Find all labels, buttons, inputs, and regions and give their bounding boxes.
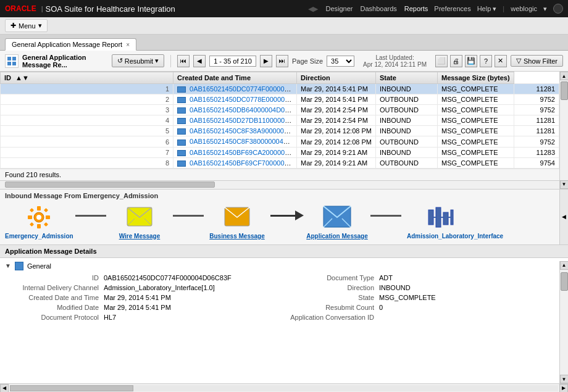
detail-label: State xyxy=(280,294,379,301)
node-label-application[interactable]: Application Message xyxy=(306,233,367,240)
node-label-interface[interactable]: Admission_Laboratory_Interface xyxy=(407,233,475,240)
details-scroll-up[interactable]: ▲ xyxy=(560,261,569,270)
tab-label: General Application Message Report xyxy=(12,41,122,48)
nav-dashboards[interactable]: Dashboards xyxy=(360,5,396,12)
close-window-btn[interactable] xyxy=(553,4,563,14)
menu-button[interactable]: ✚ Menu ▾ xyxy=(5,19,48,32)
prev-page-btn[interactable]: ◀ xyxy=(193,55,206,67)
table-row[interactable]: 6 0AB165021450C8F380000004D06C7EE Mar 29… xyxy=(1,136,559,147)
table-row[interactable]: 7 0AB165021450BF69CA2000004D06C7BE Mar 2… xyxy=(1,147,559,157)
msg-id-value[interactable]: 0AB165021450BF69CA2000004D06C7BE xyxy=(190,149,296,156)
row-number: 6 xyxy=(1,136,173,147)
row-id[interactable]: 0AB165021450C8F380000004D06C7EE xyxy=(173,136,297,147)
collapse-icon[interactable]: ▼ xyxy=(5,262,11,269)
topbar-sep-1: ◀▶ xyxy=(308,5,318,13)
flow-node-emergency[interactable]: Emergency_Admission xyxy=(5,204,73,240)
help-link[interactable]: Help ▾ xyxy=(477,5,497,13)
user-link[interactable]: weblogic xyxy=(511,5,537,12)
nav-preferences[interactable]: Preferences xyxy=(434,5,470,12)
row-state: MSG_COMPLETE xyxy=(437,157,514,168)
h-scroll-thumb[interactable] xyxy=(5,181,215,188)
plus-icon: ✚ xyxy=(10,22,16,30)
table-row[interactable]: 2 0AB165021450DC0778E000004D06C844 Mar 2… xyxy=(1,94,559,105)
details-scroll-down[interactable]: ▼ xyxy=(560,375,569,383)
msg-id-value[interactable]: 0AB165021450D27DB11000004D06C814 xyxy=(190,117,296,124)
v-scroll-thumb[interactable] xyxy=(561,81,568,100)
bottom-scroll-right[interactable]: ▶ xyxy=(559,384,568,393)
svg-rect-9 xyxy=(46,215,50,219)
horizontal-scrollbar[interactable] xyxy=(0,180,568,189)
save-btn[interactable]: 💾 xyxy=(465,55,477,67)
menubar: ✚ Menu ▾ xyxy=(0,17,568,35)
report-tab[interactable]: General Application Message Report × xyxy=(5,38,136,51)
next-page-btn[interactable]: ▶ xyxy=(260,55,272,67)
row-state: MSG_COMPLETE xyxy=(437,84,514,94)
msg-id-value[interactable]: 0AB165021450C8F38A9000004D06C7E9 xyxy=(190,127,296,135)
detail-value: Mar 29, 2014 5:41 PM xyxy=(104,294,171,301)
node-label-business[interactable]: Business Message xyxy=(209,233,265,240)
nav-designer[interactable]: Designer xyxy=(325,5,353,12)
detail-label: ID xyxy=(5,274,104,281)
resubmit-button[interactable]: ↺ Resubmit ▾ xyxy=(112,54,164,67)
row-direction: INBOUND xyxy=(375,115,437,126)
row-id[interactable]: 0AB165021450DB64000004D06C819 xyxy=(173,105,297,115)
details-v-scroll[interactable]: ▲ ▼ xyxy=(559,261,568,383)
sort-icon[interactable]: ▲▼ xyxy=(15,74,29,81)
main-content: General Application Message Re... ↺ Resu… xyxy=(0,51,568,392)
row-id[interactable]: 0AB165021450DC0778E000004D06C844 xyxy=(173,94,297,105)
detail-value: MSG_COMPLETE xyxy=(379,294,436,301)
flow-node-interface[interactable]: Admission_Laboratory_Interface xyxy=(404,204,478,240)
tab-close-icon[interactable]: × xyxy=(126,41,130,48)
flow-side-collapse[interactable]: ◀ xyxy=(559,190,568,244)
table-row[interactable]: 1 0AB165021450DC0774F000004D06C83F Mar 2… xyxy=(1,84,559,94)
close-btn[interactable]: ✕ xyxy=(495,55,507,67)
details-section: Application Message Details ▼ General ID… xyxy=(0,245,568,383)
details-scroll-thumb[interactable] xyxy=(561,272,568,291)
last-page-btn[interactable]: ⏭ xyxy=(276,55,288,67)
row-id[interactable]: 0AB165021450C8F38A9000004D06C7E9 xyxy=(173,126,297,136)
details-header: Application Message Details xyxy=(0,245,568,258)
flow-node-application[interactable]: Application Message xyxy=(306,204,368,240)
toolbar-grid-icon xyxy=(5,54,19,68)
first-page-btn[interactable]: ⏮ xyxy=(177,55,190,67)
detail-label: Document Type xyxy=(280,274,379,281)
bottom-scroll-track[interactable] xyxy=(10,385,558,391)
row-id[interactable]: 0AB165021450BF69CA2000004D06C7BE xyxy=(173,147,297,157)
detail-label: Resubmit Count xyxy=(280,304,379,311)
print-btn[interactable]: 🖨 xyxy=(450,55,462,67)
vertical-scrollbar[interactable]: ▲ ▼ xyxy=(559,72,568,189)
row-direction: OUTBOUND xyxy=(375,105,437,115)
msg-id-value[interactable]: 0AB165021450C8F380000004D06C7EE xyxy=(190,138,296,145)
table-row[interactable]: 5 0AB165021450C8F38A9000004D06C7E9 Mar 2… xyxy=(1,126,559,136)
row-id[interactable]: 0AB165021450BF69CF7000004D06C7C3 xyxy=(173,157,297,168)
flow-node-wire[interactable]: Wire Message xyxy=(109,204,170,240)
msg-id-value[interactable]: 0AB165021450DB64000004D06C819 xyxy=(190,106,296,114)
col-size: Message Size (bytes) xyxy=(437,72,514,84)
scroll-down-arrow[interactable]: ▼ xyxy=(560,180,569,189)
bottom-scroll-left[interactable]: ◀ xyxy=(0,384,9,393)
section-label: General xyxy=(27,262,51,270)
flow-node-business[interactable]: Business Message xyxy=(206,204,268,240)
node-label-wire[interactable]: Wire Message xyxy=(119,233,161,240)
detail-value: HL7 xyxy=(104,314,116,321)
row-id[interactable]: 0AB165021450DC0774F000004D06C83F xyxy=(173,84,297,94)
table-row[interactable]: 3 0AB165021450DB64000004D06C819 Mar 29, … xyxy=(1,105,559,115)
msg-id-value[interactable]: 0AB165021450DC0774F000004D06C83F xyxy=(190,85,296,93)
row-size: 11281 xyxy=(514,126,559,136)
export-btn[interactable]: ⬜ xyxy=(435,55,448,67)
table-row[interactable]: 4 0AB165021450D27DB11000004D06C814 Mar 2… xyxy=(1,115,559,126)
bottom-scroll-thumb[interactable] xyxy=(10,385,133,391)
show-filter-button[interactable]: ▽ Show Filter xyxy=(511,55,563,67)
scroll-up-arrow[interactable]: ▲ xyxy=(560,72,569,80)
page-size-select[interactable]: 35 50 100 xyxy=(327,56,354,67)
help-icon-btn[interactable]: ? xyxy=(480,55,492,67)
nav-reports[interactable]: Reports xyxy=(404,5,428,12)
table-row[interactable]: 8 0AB165021450BF69CF7000004D06C7C3 Mar 2… xyxy=(1,157,559,168)
row-id[interactable]: 0AB165021450D27DB11000004D06C814 xyxy=(173,115,297,126)
bottom-scrollbar[interactable]: ◀ ▶ xyxy=(0,383,568,392)
msg-id-value[interactable]: 0AB165021450BF69CF7000004D06C7C3 xyxy=(190,159,296,167)
row-size: 11281 xyxy=(514,84,559,94)
row-direction: OUTBOUND xyxy=(375,136,437,147)
detail-value: Admission_Laboratory_Interface[1.0] xyxy=(104,284,215,291)
msg-id-value[interactable]: 0AB165021450DC0778E000004D06C844 xyxy=(190,96,296,103)
